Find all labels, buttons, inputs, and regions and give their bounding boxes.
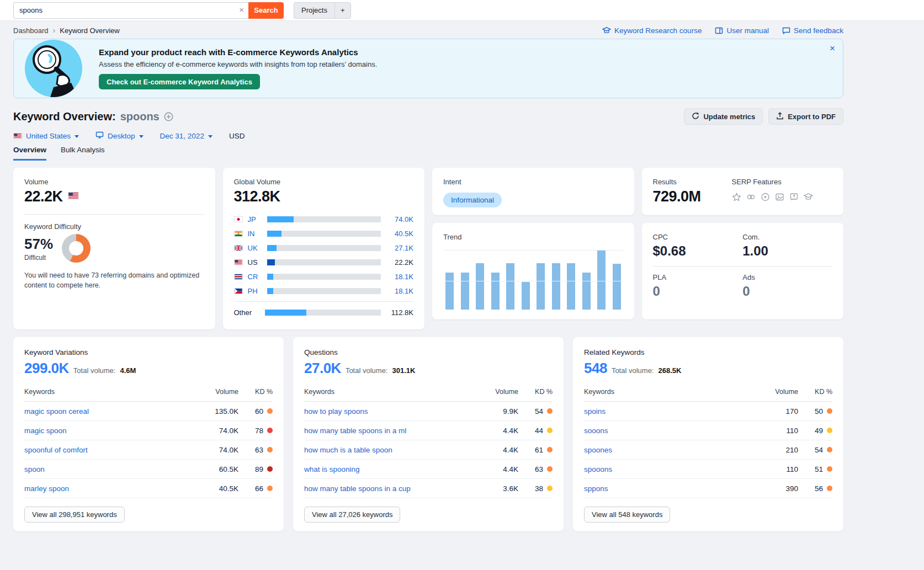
country-volume-value: 18.1K	[386, 273, 413, 281]
keyword-link[interactable]: what is spooning	[304, 465, 477, 473]
projects-button[interactable]: Projects	[294, 2, 334, 19]
country-code-link[interactable]: IN	[248, 230, 262, 238]
kd-cell: 63	[535, 465, 543, 473]
country-code-link[interactable]: CR	[248, 273, 262, 281]
keyword-link[interactable]: magic spoon cereal	[24, 407, 198, 415]
results-card: Results 729.0M SERP Features	[642, 168, 844, 215]
image-icon[interactable]	[775, 193, 784, 201]
flag-jp-icon	[234, 216, 243, 222]
country-volume-value: 40.5K	[386, 230, 413, 238]
volume-bar-track	[267, 245, 381, 251]
add-tab-button[interactable]: +	[334, 2, 351, 19]
volume-bar-fill	[267, 231, 282, 237]
competition-label: Com.	[742, 233, 832, 241]
country-code-link[interactable]: UK	[248, 244, 262, 252]
add-keyword-icon[interactable]	[164, 112, 173, 123]
kd-dot	[267, 428, 273, 433]
keyword-link[interactable]: marley spoon	[24, 484, 198, 493]
chevron-down-icon	[75, 135, 79, 138]
keyword-link[interactable]: spoon	[24, 465, 198, 473]
trend-bar	[567, 263, 575, 310]
volume-bar-fill	[267, 259, 275, 265]
volume-cell: 390	[757, 484, 798, 493]
kd-cell: 60	[255, 407, 263, 415]
country-row: CR 18.1K	[234, 269, 414, 284]
magnifier-illustration	[25, 40, 82, 97]
keyword-link[interactable]: how to play spoons	[304, 407, 477, 415]
knowledge-panel-icon[interactable]	[804, 193, 813, 201]
keyword-link[interactable]: sppons	[584, 484, 757, 493]
table-row: magic spoon cereal 135.0K 60	[24, 402, 273, 421]
keyword-link[interactable]: how many table spoons in a cup	[304, 484, 477, 493]
table-row: sooons 110 49	[584, 421, 832, 440]
star-icon[interactable]	[732, 193, 741, 201]
country-filter[interactable]: United States	[13, 132, 79, 140]
device-filter[interactable]: Desktop	[95, 131, 144, 140]
keyword-link[interactable]: spooons	[584, 465, 757, 473]
volume-cell: 110	[757, 465, 798, 473]
total-volume-label: Total volume:	[346, 366, 388, 375]
country-code-link[interactable]: JP	[248, 215, 262, 223]
kd-dot	[827, 408, 832, 414]
top-search-bar: × Search Projects +	[0, 0, 924, 21]
trend-bar	[476, 263, 484, 310]
kd-cell: 38	[535, 484, 543, 493]
faq-icon[interactable]	[789, 193, 799, 201]
view-all-keywords-button[interactable]: View all 298,951 keywords	[24, 507, 125, 523]
table-row: how many table spoons in a cup 3.6K 38	[304, 479, 553, 498]
country-code-link[interactable]: PH	[248, 287, 262, 295]
difficulty-note: You will need to have 73 referring domai…	[24, 270, 204, 290]
intent-badge[interactable]: Informational	[443, 193, 502, 207]
results-label: Results	[653, 178, 701, 186]
keyword-link[interactable]: how much is a table spoon	[304, 446, 477, 454]
export-to-pdf-button[interactable]: Export to PDF	[768, 108, 843, 125]
update-metrics-button[interactable]: Update metrics	[684, 108, 763, 125]
close-icon[interactable]: ×	[830, 44, 835, 53]
kd-cell: 78	[255, 427, 263, 435]
volume-cell: 4.4K	[477, 427, 518, 435]
country-code-label: US	[248, 258, 262, 267]
kd-dot	[827, 447, 832, 452]
kd-dot	[267, 486, 273, 491]
breadcrumb-dashboard[interactable]: Dashboard	[13, 26, 49, 35]
trend-bar	[445, 273, 454, 310]
clear-search-icon[interactable]: ×	[239, 5, 244, 14]
trend-bar	[582, 273, 591, 310]
table-header: Keywords Volume KD %	[24, 388, 273, 402]
video-icon[interactable]	[761, 193, 770, 201]
flag-in-icon	[234, 231, 243, 237]
send-feedback-link[interactable]: Send feedback	[782, 26, 843, 35]
monitor-icon	[95, 131, 104, 140]
promo-banner: Expand your product reach with E-commerc…	[13, 39, 843, 98]
volume-cell: 60.5K	[198, 465, 238, 473]
keyword-link[interactable]: spoones	[584, 446, 757, 454]
table-row: spoon 60.5K 89	[24, 460, 273, 479]
user-manual-link[interactable]: User manual	[715, 26, 769, 35]
keyword-link[interactable]: sooons	[584, 427, 757, 435]
keyword-link[interactable]: how many table spoons in a ml	[304, 427, 477, 435]
keyword-research-course-link[interactable]: Keyword Research course	[602, 26, 702, 35]
tab-overview[interactable]: Overview	[13, 146, 46, 161]
banner-cta-button[interactable]: Check out E-commerce Keyword Analytics	[99, 74, 260, 89]
ads-value: 0	[742, 284, 832, 299]
kd-dot	[547, 486, 553, 491]
volume-cell: 210	[757, 446, 798, 454]
search-button[interactable]: Search	[248, 2, 284, 19]
other-label: Other	[234, 308, 260, 317]
chevron-right-icon: ›	[53, 26, 56, 35]
country-volume-value: 18.1K	[386, 287, 413, 295]
keyword-link[interactable]: spoonful of comfort	[24, 446, 198, 454]
ads-label: Ads	[742, 273, 832, 281]
link-icon[interactable]	[746, 193, 756, 201]
tab-bulk-analysis[interactable]: Bulk Analysis	[61, 146, 105, 161]
keyword-link[interactable]: spoins	[584, 407, 757, 415]
other-countries-row: Other 112.8K	[234, 305, 414, 319]
link-label: Keyword Research course	[614, 26, 702, 35]
view-all-keywords-button[interactable]: View all 548 keywords	[584, 507, 670, 523]
view-all-keywords-button[interactable]: View all 27,026 keywords	[304, 507, 400, 523]
table-row: spoonful of comfort 74.0K 63	[24, 440, 273, 460]
keyword-link[interactable]: magic spoon	[24, 427, 198, 435]
search-input[interactable]	[13, 2, 248, 19]
kd-cell: 66	[255, 484, 263, 493]
date-filter[interactable]: Dec 31, 2022	[160, 132, 213, 140]
